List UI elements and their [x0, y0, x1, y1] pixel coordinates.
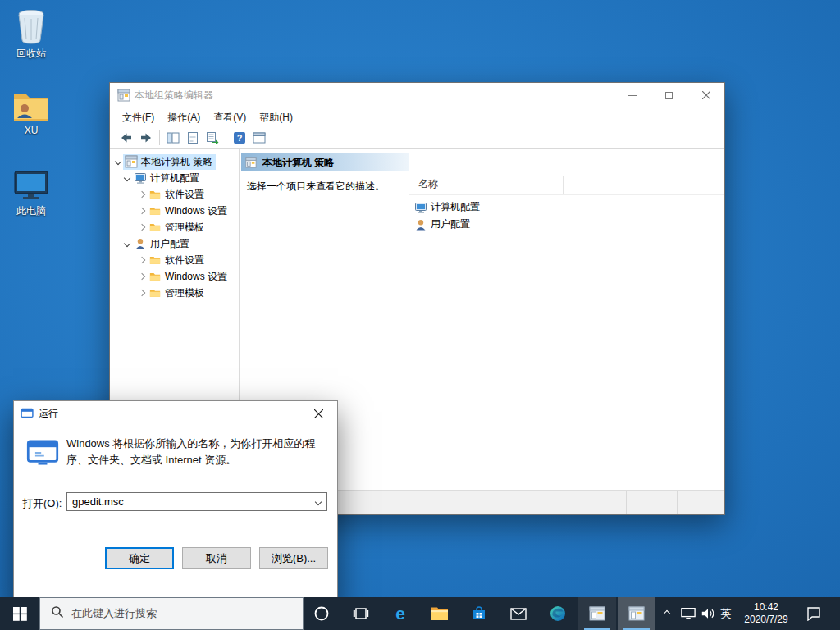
window-title: 本地组策略编辑器	[135, 89, 614, 103]
taskbar-search-input[interactable]: 在此键入进行搜索	[39, 597, 304, 630]
open-combobox[interactable]	[66, 492, 327, 511]
ime-indicator[interactable]: 英	[715, 597, 737, 630]
tree-item-label: 用户配置	[150, 237, 189, 251]
folder-icon	[148, 270, 162, 283]
menu-view[interactable]: 查看(V)	[207, 108, 253, 127]
help-icon[interactable]: ?	[230, 129, 249, 147]
clock[interactable]: 10:42 2020/7/29	[737, 597, 796, 630]
tree-item-windows-settings[interactable]: Windows 设置	[110, 268, 239, 285]
chevron-expanded-icon[interactable]	[123, 175, 130, 181]
tree-item-root[interactable]: 本地计算机 策略	[110, 153, 239, 170]
toolbar-separator	[226, 130, 226, 145]
tree-item-label: 软件设置	[165, 188, 204, 202]
tree-item-label: 本地计算机 策略	[141, 155, 212, 169]
tree-item-label: Windows 设置	[165, 204, 227, 218]
tree-item-label: 管理模板	[165, 286, 204, 300]
task-view-icon	[353, 605, 369, 622]
task-view-button[interactable]	[342, 597, 380, 630]
tree-item-label: Windows 设置	[165, 270, 227, 284]
tree-item-software-settings[interactable]: 软件设置	[110, 186, 239, 203]
chevron-collapsed-icon[interactable]	[138, 273, 144, 280]
bottom-bar-divider	[564, 491, 564, 514]
ok-button[interactable]: 确定	[105, 547, 174, 569]
run-dialog-title: 运行	[39, 407, 300, 421]
list-item-user-config[interactable]: 用户配置	[409, 216, 716, 233]
close-button[interactable]	[687, 83, 724, 107]
start-button[interactable]	[0, 597, 39, 630]
chevron-expanded-icon[interactable]	[123, 240, 130, 247]
desktop-icon-recycle-bin[interactable]: 回收站	[0, 7, 62, 61]
desktop-icon-label: XU	[0, 125, 62, 136]
chevron-expanded-icon[interactable]	[114, 158, 121, 165]
forward-button[interactable]	[136, 129, 156, 147]
tree-item-windows-settings[interactable]: Windows 设置	[110, 203, 239, 219]
menu-action[interactable]: 操作(A)	[161, 108, 207, 127]
desktop-icon-this-pc[interactable]: 此电脑	[0, 164, 62, 218]
run-icon	[26, 439, 59, 470]
minimize-button[interactable]	[614, 83, 651, 107]
tray-overflow-button[interactable]	[656, 597, 678, 630]
file-explorer-icon	[431, 606, 449, 621]
list-item-label: 计算机配置	[431, 200, 480, 214]
mmc-window-icon	[589, 606, 605, 621]
column-separator[interactable]	[563, 176, 564, 194]
mmc-window-icon	[628, 606, 645, 621]
run-dialog-title-bar[interactable]: 运行	[14, 401, 337, 426]
action-center-button[interactable]	[800, 597, 828, 630]
console-icon	[125, 155, 139, 168]
tray-time: 10:42	[754, 601, 778, 614]
mail-icon	[510, 608, 527, 620]
chevron-collapsed-icon[interactable]	[138, 257, 144, 263]
toolbar-separator	[159, 130, 160, 145]
run-dialog: 运行 Windows 将根据你所输入的名称，为你打开相应的程序、文件夹、文档或 …	[13, 400, 338, 609]
store-button[interactable]	[460, 597, 498, 630]
title-bar[interactable]: 本地组策略编辑器	[110, 83, 724, 107]
chevron-collapsed-icon[interactable]	[138, 191, 144, 198]
open-input[interactable]	[67, 495, 310, 508]
tree-item-user-config[interactable]: 用户配置	[110, 235, 239, 252]
computer-icon	[414, 201, 428, 214]
menu-help[interactable]: 帮助(H)	[253, 108, 299, 127]
toolbar: ?	[110, 127, 724, 149]
bottom-bar-divider	[677, 491, 678, 514]
tree-item-software-settings[interactable]: 软件设置	[110, 252, 239, 268]
combo-dropdown-icon[interactable]	[310, 500, 326, 504]
chevron-collapsed-icon[interactable]	[138, 224, 144, 231]
svg-text:e: e	[395, 605, 405, 623]
maximize-button[interactable]	[651, 83, 687, 107]
desktop-icon-label: 此电脑	[0, 204, 62, 218]
list-item-computer-config[interactable]: 计算机配置	[409, 199, 716, 216]
run-close-button[interactable]	[300, 401, 337, 426]
menu-file[interactable]: 文件(F)	[116, 108, 161, 127]
folder-icon	[148, 286, 162, 299]
export-list-icon[interactable]	[203, 129, 222, 147]
taskbar-window-button-2[interactable]	[618, 597, 655, 630]
column-header-name[interactable]: 名称	[409, 174, 724, 195]
user-folder-icon	[0, 84, 62, 122]
properties-icon[interactable]	[183, 129, 203, 147]
cancel-button[interactable]: 取消	[182, 547, 251, 569]
taskbar-window-button-1[interactable]	[578, 597, 616, 630]
network-tray-icon[interactable]	[678, 597, 699, 630]
panel-description: 选择一个项目来查看它的描述。	[247, 180, 403, 194]
tree-item-admin-templates[interactable]: 管理模板	[110, 219, 239, 235]
mail-button[interactable]	[500, 597, 537, 630]
recycle-bin-icon	[0, 7, 62, 44]
tree-item-label: 软件设置	[165, 253, 204, 267]
file-explorer-button[interactable]	[421, 597, 459, 630]
edge-chromium-button[interactable]	[539, 597, 577, 630]
panel-header: 本地计算机 策略	[241, 153, 409, 171]
console-tree-toggle-icon[interactable]	[163, 129, 183, 147]
chevron-collapsed-icon[interactable]	[138, 290, 144, 296]
chevron-collapsed-icon[interactable]	[138, 208, 144, 214]
tree-item-computer-config[interactable]: 计算机配置	[110, 170, 239, 186]
tree-item-admin-templates[interactable]: 管理模板	[110, 285, 239, 301]
cortana-button[interactable]	[303, 597, 340, 630]
back-button[interactable]	[116, 129, 136, 147]
edge-button[interactable]: e	[381, 597, 419, 630]
desktop-icon-user-folder[interactable]: XU	[0, 84, 62, 136]
desktop: { "desktop": { "icons": [ { "id": "recyc…	[0, 0, 840, 630]
browse-button[interactable]: 浏览(B)...	[259, 547, 328, 569]
console-window-icon[interactable]	[249, 129, 269, 147]
console-icon	[245, 156, 259, 169]
